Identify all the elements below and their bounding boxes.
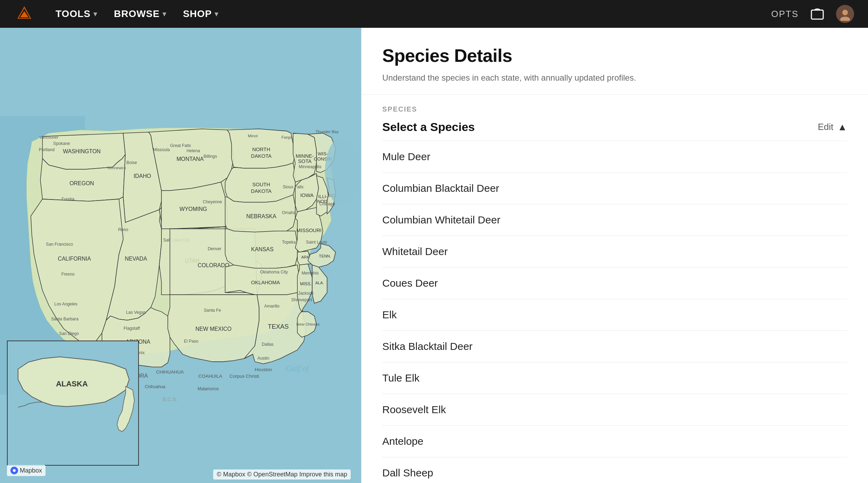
species-list-item[interactable]: Elk bbox=[382, 299, 847, 330]
species-list-item[interactable]: Dall Sheep bbox=[382, 457, 847, 483]
svg-text:Chihuahua: Chihuahua bbox=[145, 384, 165, 389]
svg-text:Eureka: Eureka bbox=[61, 196, 74, 201]
species-label-text: SPECIES bbox=[382, 105, 417, 113]
svg-text:Helena: Helena bbox=[186, 148, 200, 153]
edit-chevron-group: Edit ▲ bbox=[818, 122, 847, 133]
svg-text:Billings: Billings bbox=[203, 154, 217, 159]
svg-point-4 bbox=[842, 10, 848, 15]
svg-text:Omaha: Omaha bbox=[282, 210, 296, 215]
svg-text:Sioux Falls: Sioux Falls bbox=[283, 185, 303, 189]
svg-text:Great Falls: Great Falls bbox=[170, 143, 191, 148]
svg-text:Saint Louis: Saint Louis bbox=[306, 240, 327, 245]
panel-subtitle: Understand the species in each state, wi… bbox=[382, 72, 695, 84]
svg-text:Memphis: Memphis bbox=[301, 271, 319, 276]
svg-text:San Francisco: San Francisco bbox=[46, 242, 73, 247]
mapbox-logo: Mapbox bbox=[7, 465, 45, 476]
nav-links: TOOLS ▾ BROWSE ▾ SHOP ▾ bbox=[49, 4, 225, 24]
tools-chevron-icon: ▾ bbox=[93, 10, 97, 18]
species-list-item[interactable]: Columbian Blacktail Deer bbox=[382, 172, 847, 204]
svg-text:Houston: Houston bbox=[255, 367, 272, 372]
panel-header: Species Details Understand the species i… bbox=[361, 28, 868, 95]
svg-text:NEVADA: NEVADA bbox=[125, 256, 147, 262]
panel-title: Species Details bbox=[382, 45, 847, 66]
species-list-item[interactable]: Whitetail Deer bbox=[382, 236, 847, 267]
chevron-up-icon[interactable]: ▲ bbox=[837, 122, 847, 133]
svg-text:DAKOTA: DAKOTA bbox=[251, 153, 272, 159]
svg-text:Portland: Portland bbox=[39, 147, 55, 152]
svg-text:Thunder Bay: Thunder Bay bbox=[316, 129, 339, 134]
svg-text:ALASKA: ALASKA bbox=[56, 379, 88, 388]
species-list-item[interactable]: Coues Deer bbox=[382, 267, 847, 299]
svg-text:Jackson: Jackson bbox=[298, 291, 314, 296]
svg-text:MONTANA: MONTANA bbox=[176, 156, 204, 162]
user-avatar[interactable] bbox=[836, 5, 854, 23]
svg-text:WIS-: WIS- bbox=[318, 151, 328, 156]
svg-text:New Orleans: New Orleans bbox=[297, 322, 320, 326]
mapbox-text: Mapbox bbox=[20, 467, 42, 474]
svg-rect-3 bbox=[811, 10, 823, 19]
species-list-item[interactable]: Columbian Whitetail Deer bbox=[382, 204, 847, 236]
svg-text:Topeka: Topeka bbox=[282, 240, 296, 245]
svg-text:Fresno: Fresno bbox=[61, 272, 75, 277]
species-list-item[interactable]: Antelope bbox=[382, 425, 847, 457]
svg-text:Dallas: Dallas bbox=[262, 342, 274, 347]
svg-text:Corpus Christi: Corpus Christi bbox=[229, 374, 259, 379]
species-label-row: SPECIES bbox=[382, 95, 847, 117]
logo[interactable] bbox=[14, 3, 35, 24]
svg-text:DAKOTA: DAKOTA bbox=[251, 188, 272, 194]
svg-text:Austin: Austin bbox=[258, 356, 269, 361]
svg-text:Santa Fe: Santa Fe bbox=[204, 308, 221, 313]
species-select-row[interactable]: Select a Species Edit ▲ bbox=[382, 117, 847, 141]
map-container[interactable]: WASHINGTON Spokane Portland OREGON CALIF… bbox=[0, 28, 361, 483]
svg-text:ILLI-: ILLI- bbox=[318, 194, 327, 199]
svg-text:Los Angeles: Los Angeles bbox=[54, 302, 77, 306]
svg-text:Minneapolis: Minneapolis bbox=[299, 164, 322, 169]
svg-text:Chicago: Chicago bbox=[319, 202, 335, 206]
top-navigation: TOOLS ▾ BROWSE ▾ SHOP ▾ OPTS bbox=[0, 0, 868, 28]
species-section: SPECIES Select a Species Edit ▲ Mule Dee… bbox=[361, 95, 868, 483]
shop-label: SHOP bbox=[183, 8, 212, 19]
map-attribution[interactable]: © Mapbox © OpenStreetMap Improve this ma… bbox=[213, 469, 351, 480]
browse-label: BROWSE bbox=[114, 8, 160, 19]
svg-text:Missoula: Missoula bbox=[153, 147, 170, 152]
svg-text:MISSOURI: MISSOURI bbox=[297, 228, 322, 233]
svg-text:B.C.S.: B.C.S. bbox=[162, 396, 177, 402]
svg-text:IDAHO: IDAHO bbox=[134, 173, 151, 179]
svg-text:Santa Barbara: Santa Barbara bbox=[51, 317, 78, 321]
cart-button[interactable] bbox=[809, 6, 826, 22]
svg-text:Fargo: Fargo bbox=[282, 135, 292, 139]
species-list-item[interactable]: Roosevelt Elk bbox=[382, 394, 847, 425]
edit-button[interactable]: Edit bbox=[818, 122, 833, 132]
species-select-text: Select a Species bbox=[382, 120, 475, 134]
nav-right: OPTS bbox=[771, 5, 854, 23]
svg-text:Minot: Minot bbox=[248, 133, 258, 138]
shop-nav-item[interactable]: SHOP ▾ bbox=[176, 4, 225, 24]
svg-text:Flagstaff: Flagstaff bbox=[124, 326, 140, 331]
svg-text:NORTH: NORTH bbox=[252, 147, 270, 152]
svg-point-78 bbox=[325, 137, 359, 205]
svg-text:Matamoros: Matamoros bbox=[198, 386, 219, 391]
svg-text:Spokane: Spokane bbox=[53, 141, 70, 146]
svg-text:NEBRASKA: NEBRASKA bbox=[246, 213, 276, 219]
svg-text:Las Vegas: Las Vegas bbox=[126, 310, 146, 315]
species-list: Mule DeerColumbian Blacktail DeerColumbi… bbox=[382, 141, 847, 483]
svg-text:OKLAHOMA: OKLAHOMA bbox=[251, 280, 280, 285]
shop-chevron-icon: ▾ bbox=[215, 10, 218, 18]
svg-text:MISS.: MISS. bbox=[300, 281, 311, 286]
svg-text:TEXAS: TEXAS bbox=[268, 323, 289, 330]
tools-nav-item[interactable]: TOOLS ▾ bbox=[49, 4, 104, 24]
svg-text:WYOMING: WYOMING bbox=[180, 206, 207, 212]
svg-text:Gulf of: Gulf of bbox=[286, 364, 310, 373]
species-list-item[interactable]: Tule Elk bbox=[382, 362, 847, 394]
browse-chevron-icon: ▾ bbox=[162, 10, 166, 18]
species-list-item[interactable]: Sitka Blacktail Deer bbox=[382, 330, 847, 362]
opts-label: OPTS bbox=[771, 9, 799, 19]
species-list-item[interactable]: Mule Deer bbox=[382, 141, 847, 172]
right-panel: Species Details Understand the species i… bbox=[361, 28, 868, 483]
svg-text:MINNE-: MINNE- bbox=[296, 153, 314, 159]
svg-text:OREGON: OREGON bbox=[69, 180, 94, 186]
browse-nav-item[interactable]: BROWSE ▾ bbox=[107, 4, 173, 24]
svg-text:Cheyenne: Cheyenne bbox=[203, 199, 222, 204]
svg-text:Reno: Reno bbox=[118, 227, 128, 232]
svg-text:CHIHUAHUA: CHIHUAHUA bbox=[156, 369, 184, 375]
